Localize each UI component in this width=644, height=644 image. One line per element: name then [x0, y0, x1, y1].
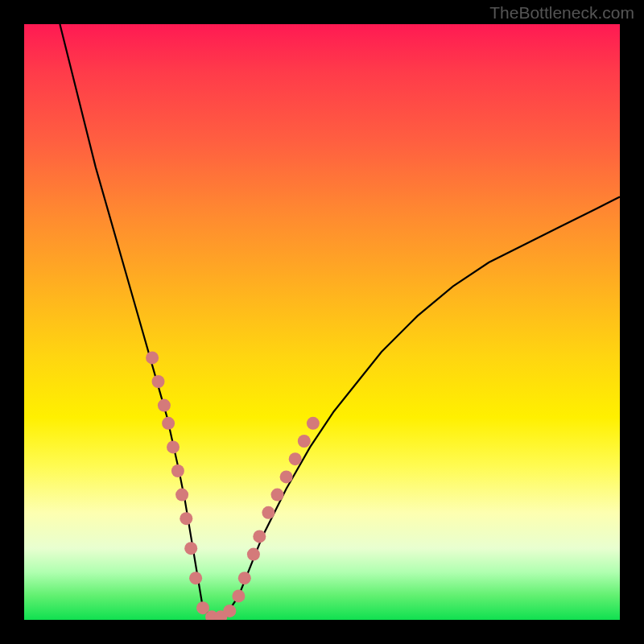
- watermark-text: TheBottleneck.com: [489, 3, 634, 23]
- chart-gradient-background: [24, 24, 620, 620]
